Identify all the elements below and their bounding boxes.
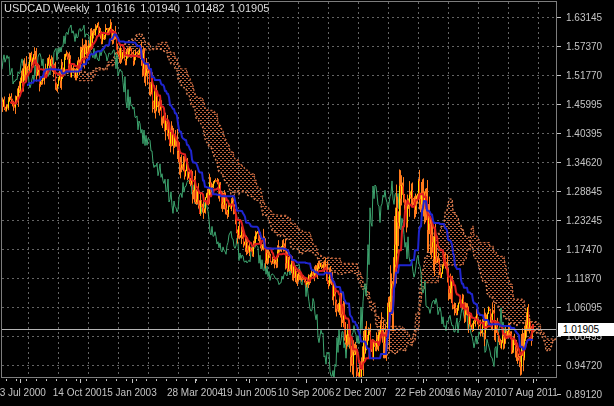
quote-open: 1.01616 — [95, 2, 135, 14]
price-tick-label: 1.06095 — [566, 302, 602, 313]
price-tick-label: 1.17470 — [566, 244, 602, 255]
mt4-chart-window: USDCAD,Weekly 1.01616 1.01940 1.01482 1.… — [0, 0, 614, 406]
date-tick-label: 2 Dec 2007 — [335, 387, 386, 398]
price-tick-label: 1.57370 — [566, 41, 602, 52]
quote-high: 1.01940 — [140, 2, 180, 14]
date-tick-label: 19 Jun 2005 — [221, 387, 276, 398]
date-tick-label: 23 Jul 2000 — [0, 387, 46, 398]
date-tick-label: 14 Oct 2001 — [53, 387, 107, 398]
quote-low: 1.01482 — [185, 2, 225, 14]
price-tick-label: 1.28845 — [566, 186, 602, 197]
quote-close: 1.01905 — [230, 2, 270, 14]
price-tick-label: 1.40395 — [566, 128, 602, 139]
date-tick-label: 28 Mar 2004 — [167, 387, 223, 398]
price-tick-label: 1.34620 — [566, 157, 602, 168]
price-tick-label: 0.94720 — [566, 360, 602, 371]
current-price-label: 1.01905 — [563, 324, 599, 335]
price-tick-label: 1.45995 — [566, 99, 602, 110]
chart-title: USDCAD,Weekly 1.01616 1.01940 1.01482 1.… — [4, 2, 269, 14]
current-price-tag: 1.01905 — [558, 323, 614, 336]
price-tick-label: 1.11870 — [566, 273, 601, 284]
date-tick-label: 16 May 2010 — [449, 387, 507, 398]
ohlc-quote-readout: 1.01616 1.01940 1.01482 1.01905 — [95, 2, 269, 14]
price-tick-label: 1.63145 — [566, 12, 602, 23]
date-tick-label: 5 Jan 2003 — [107, 387, 157, 398]
date-tick-label: 22 Feb 2009 — [395, 387, 451, 398]
price-tick-label: 0.89120 — [566, 389, 602, 400]
symbol-timeframe-label: USDCAD,Weekly — [4, 2, 89, 14]
price-chart-canvas[interactable] — [0, 0, 614, 406]
price-tick-label: 1.51770 — [566, 70, 602, 81]
price-tick-label: 1.23245 — [566, 215, 602, 226]
date-tick-label: 10 Sep 2006 — [278, 387, 335, 398]
date-tick-label: 7 Aug 2011 — [508, 387, 558, 398]
